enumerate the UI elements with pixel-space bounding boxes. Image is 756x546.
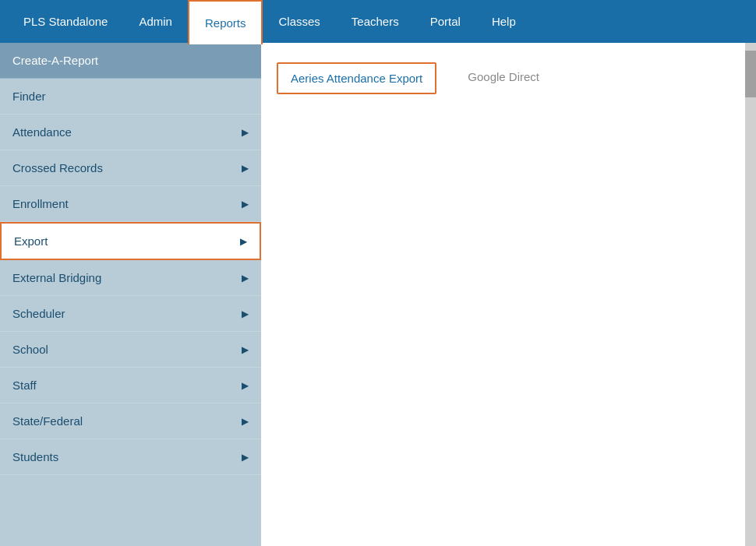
nav-item-pls-standalone[interactable]: PLS Standalone — [8, 0, 123, 43]
nav-item-reports[interactable]: Reports — [188, 0, 263, 44]
sidebar-item-label-finder: Finder — [12, 90, 46, 103]
sidebar-item-label-scheduler: Scheduler — [12, 307, 65, 320]
chevron-icon: ▶ — [242, 127, 249, 138]
sidebar-item-school[interactable]: School▶ — [0, 332, 261, 368]
main-area: Create-A-ReportFinderAttendance▶Crossed … — [0, 43, 756, 546]
sidebar-item-students[interactable]: Students▶ — [0, 439, 261, 475]
nav-item-teachers[interactable]: Teachers — [336, 0, 415, 43]
sidebar-item-label-state-federal: State/Federal — [12, 414, 83, 428]
sidebar-item-state-federal[interactable]: State/Federal▶ — [0, 403, 261, 439]
nav-item-portal[interactable]: Portal — [415, 0, 476, 43]
sidebar-item-label-attendance: Attendance — [12, 125, 72, 139]
sidebar-item-finder[interactable]: Finder — [0, 79, 261, 114]
chevron-icon: ▶ — [242, 452, 249, 463]
scrollbar-thumb[interactable] — [745, 51, 756, 97]
sidebar-item-label-staff: Staff — [12, 379, 37, 392]
sidebar-item-label-export: Export — [14, 234, 48, 248]
sidebar-item-label-external-bridging: External Bridging — [12, 271, 101, 284]
chevron-icon: ▶ — [242, 344, 249, 355]
sidebar-item-external-bridging[interactable]: External Bridging▶ — [0, 260, 261, 296]
chevron-icon: ▶ — [242, 308, 249, 319]
sidebar-item-crossed-records[interactable]: Crossed Records▶ — [0, 150, 261, 186]
sidebar-item-enrollment[interactable]: Enrollment▶ — [0, 186, 261, 222]
chevron-icon: ▶ — [242, 380, 249, 391]
sidebar-item-label-students: Students — [12, 450, 58, 463]
sidebar-item-label-create-a-report: Create-A-Report — [12, 54, 98, 67]
sidebar: Create-A-ReportFinderAttendance▶Crossed … — [0, 43, 261, 546]
nav-item-classes[interactable]: Classes — [263, 0, 335, 43]
content-item-aeries-attendance-export[interactable]: Aeries Attendance Export — [277, 62, 436, 94]
chevron-icon: ▶ — [242, 416, 249, 427]
top-nav: PLS StandaloneAdminReportsClassesTeacher… — [0, 0, 756, 43]
content-item-google-direct[interactable]: Google Direct — [468, 62, 539, 91]
chevron-icon: ▶ — [242, 163, 249, 174]
sidebar-item-attendance[interactable]: Attendance▶ — [0, 114, 261, 150]
sidebar-item-export[interactable]: Export▶ — [0, 222, 261, 260]
sidebar-item-label-crossed-records: Crossed Records — [12, 161, 103, 174]
sidebar-item-label-enrollment: Enrollment — [12, 197, 69, 210]
chevron-icon: ▶ — [242, 199, 249, 210]
sidebar-item-create-a-report[interactable]: Create-A-Report — [0, 43, 261, 79]
sidebar-item-scheduler[interactable]: Scheduler▶ — [0, 296, 261, 332]
chevron-icon: ▶ — [242, 273, 249, 284]
nav-item-help[interactable]: Help — [476, 0, 532, 43]
chevron-icon: ▶ — [240, 236, 247, 247]
content-area: Aeries Attendance ExportGoogle Direct — [261, 43, 756, 546]
sidebar-item-staff[interactable]: Staff▶ — [0, 368, 261, 403]
scrollbar-track[interactable] — [745, 43, 756, 546]
nav-item-admin[interactable]: Admin — [123, 0, 188, 43]
sidebar-item-label-school: School — [12, 343, 48, 356]
